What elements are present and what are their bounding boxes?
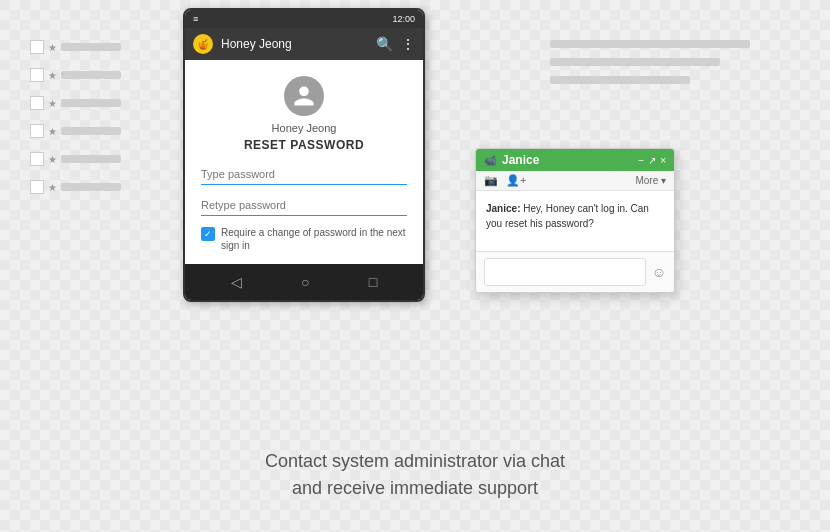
list-item: ★ — [30, 40, 150, 54]
video-icon[interactable]: 📹 — [484, 155, 496, 166]
list-line-6 — [61, 183, 121, 191]
checkbox-3[interactable] — [30, 96, 44, 110]
list-item: ★ — [30, 96, 150, 110]
list-line-4 — [61, 127, 121, 135]
list-item: ★ — [30, 68, 150, 82]
chat-messages-area: Janice: Hey, Honey can't log in. Can you… — [476, 191, 674, 251]
list-line-1 — [61, 43, 121, 51]
chat-close-button[interactable]: × — [660, 155, 666, 166]
caption-line-2: and receive immediate support — [0, 475, 830, 502]
checkmark-icon: ✓ — [204, 229, 212, 239]
emoji-button[interactable]: ☺ — [652, 264, 666, 280]
chat-subheader: 📷 👤+ More ▾ — [476, 171, 674, 191]
search-icon[interactable]: 🔍 — [376, 36, 393, 52]
statusbar-menu: ≡ — [193, 14, 198, 24]
password-input[interactable] — [201, 164, 407, 185]
desktop-content-lines — [550, 40, 750, 94]
bottom-caption: Contact system administrator via chat an… — [0, 448, 830, 502]
chat-window-controls: − ↗ × — [638, 155, 666, 166]
chat-text-input[interactable] — [484, 258, 646, 286]
back-button[interactable]: ◁ — [231, 274, 242, 290]
avatar-icon — [292, 84, 316, 108]
list-line-3 — [61, 99, 121, 107]
reset-password-title: RESET PASSWORD — [201, 138, 407, 152]
chat-header-icons: 📹 — [484, 155, 496, 166]
star-icon-5: ★ — [48, 154, 57, 165]
chat-contact-name: Janice — [502, 153, 632, 167]
app-logo: 🍯 — [193, 34, 213, 54]
add-person-button[interactable]: 👤+ — [506, 174, 526, 187]
chat-maximize-button[interactable]: ↗ — [648, 155, 656, 166]
message-sender: Janice: — [486, 203, 520, 214]
star-icon-2: ★ — [48, 70, 57, 81]
avatar — [284, 76, 324, 116]
chat-input-area: ☺ — [476, 251, 674, 292]
chat-minimize-button[interactable]: − — [638, 155, 644, 166]
topbar-icons: 🔍 ⋮ — [376, 36, 415, 52]
recent-button[interactable]: □ — [369, 274, 377, 290]
checkbox-5[interactable] — [30, 152, 44, 166]
phone-mockup: ≡ 12:00 🍯 Honey Jeong 🔍 ⋮ Honey Jeong RE… — [183, 8, 425, 302]
checkbox-2[interactable] — [30, 68, 44, 82]
require-change-label: Require a change of password in the next… — [221, 226, 407, 252]
star-icon-4: ★ — [48, 126, 57, 137]
list-item: ★ — [30, 124, 150, 138]
list-line-5 — [61, 155, 121, 163]
caption-line-1: Contact system administrator via chat — [0, 448, 830, 475]
phone-content: Honey Jeong RESET PASSWORD ✓ Require a c… — [185, 60, 423, 264]
star-icon-3: ★ — [48, 98, 57, 109]
checkbox-4[interactable] — [30, 124, 44, 138]
phone-topbar: 🍯 Honey Jeong 🔍 ⋮ — [185, 28, 423, 60]
chat-more-button[interactable]: More ▾ — [635, 175, 666, 186]
chat-action-buttons: 📷 👤+ — [484, 174, 526, 187]
statusbar-time: 12:00 — [392, 14, 415, 24]
password-input-group — [201, 164, 407, 185]
star-icon-1: ★ — [48, 42, 57, 53]
chat-popup: 📹 Janice − ↗ × 📷 👤+ More ▾ Janice: Hey, … — [475, 148, 675, 293]
retype-password-input[interactable] — [201, 195, 407, 216]
phone-navbar: ◁ ○ □ — [185, 264, 423, 300]
desktop-line-1 — [550, 40, 750, 48]
list-item: ★ — [30, 152, 150, 166]
list-line-2 — [61, 71, 121, 79]
retype-password-input-group — [201, 195, 407, 216]
chat-header: 📹 Janice − ↗ × — [476, 149, 674, 171]
star-icon-6: ★ — [48, 182, 57, 193]
password-change-checkbox-row: ✓ Require a change of password in the ne… — [201, 226, 407, 252]
checkbox-1[interactable] — [30, 40, 44, 54]
camera-button[interactable]: 📷 — [484, 174, 498, 187]
require-change-checkbox[interactable]: ✓ — [201, 227, 215, 241]
chat-message: Janice: Hey, Honey can't log in. Can you… — [486, 201, 664, 231]
phone-username: Honey Jeong — [201, 122, 407, 134]
checkbox-6[interactable] — [30, 180, 44, 194]
sidebar-list: ★ ★ ★ ★ ★ ★ — [30, 40, 150, 208]
home-button[interactable]: ○ — [301, 274, 309, 290]
list-item: ★ — [30, 180, 150, 194]
desktop-line-2 — [550, 58, 720, 66]
phone-statusbar: ≡ 12:00 — [185, 10, 423, 28]
more-icon[interactable]: ⋮ — [401, 36, 415, 52]
desktop-line-3 — [550, 76, 690, 84]
topbar-title: Honey Jeong — [221, 37, 368, 51]
